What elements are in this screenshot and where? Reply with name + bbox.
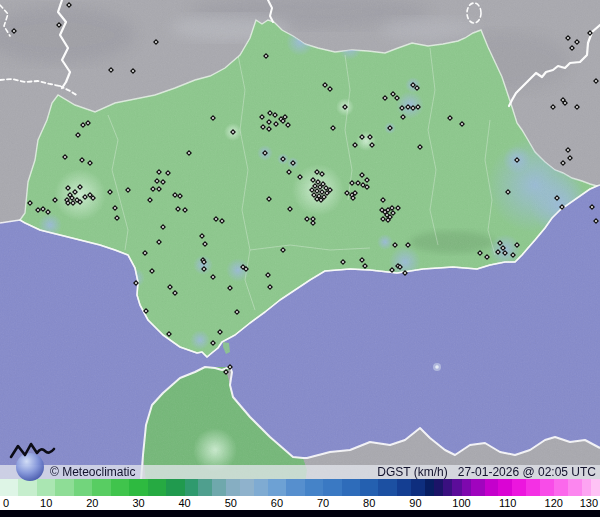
scale-tick: 80 xyxy=(363,496,375,510)
scale-tick: 100 xyxy=(452,496,470,510)
wash-light xyxy=(54,169,106,221)
scale-tick-labels: 0102030405060708090100110120130 xyxy=(0,496,600,510)
scale-tick: 0 xyxy=(3,496,9,510)
map-canvas[interactable] xyxy=(0,0,600,517)
wash-blue xyxy=(377,234,393,250)
variable-label: DGST (km/h) xyxy=(377,465,447,479)
scale-tick: 130 xyxy=(580,496,598,510)
scale-tick: 70 xyxy=(317,496,329,510)
scale-tick: 60 xyxy=(271,496,283,510)
alboran-island xyxy=(433,363,441,371)
sierra-shading xyxy=(410,231,494,253)
scale-tick: 40 xyxy=(178,496,190,510)
timestamp-label: 27-01-2026 @ 02:05 UTC xyxy=(458,465,596,479)
scale-tick: 110 xyxy=(499,496,517,510)
scale-tick: 10 xyxy=(40,496,52,510)
color-scale-bar xyxy=(0,479,600,496)
wash-blue xyxy=(190,330,210,350)
bottom-strip xyxy=(0,510,600,517)
scale-tick: 30 xyxy=(132,496,144,510)
scale-tick: 50 xyxy=(225,496,237,510)
scale-tick: 90 xyxy=(409,496,421,510)
meteoclimatic-logo[interactable] xyxy=(0,438,70,484)
weather-map-screen: © Meteoclimatic DGST (km/h) 27-01-2026 @… xyxy=(0,0,600,517)
attribution-bar: © Meteoclimatic DGST (km/h) 27-01-2026 @… xyxy=(0,465,600,479)
scale-tick: 120 xyxy=(545,496,563,510)
wash-blue xyxy=(396,91,424,119)
wash-light xyxy=(356,131,376,151)
scale-tick: 20 xyxy=(86,496,98,510)
logo-sphere xyxy=(16,453,44,481)
